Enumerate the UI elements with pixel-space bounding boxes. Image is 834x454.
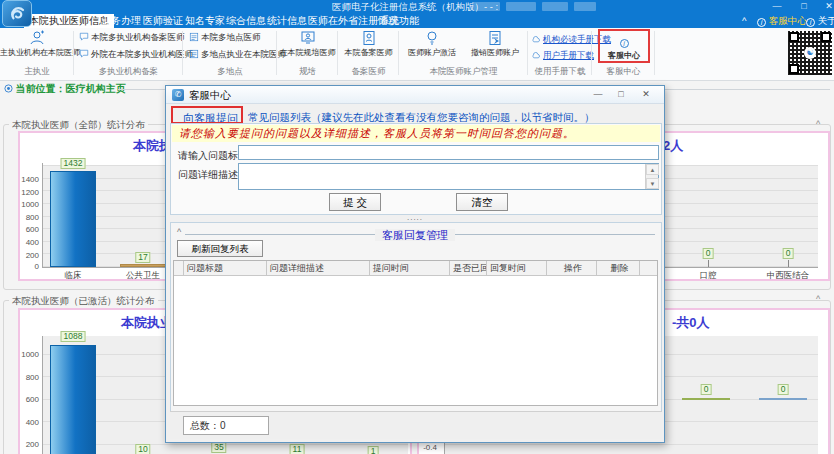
qr-corner xyxy=(789,64,799,74)
ribbon-collapse-icon[interactable]: ^ xyxy=(742,15,746,27)
ribbon-group-training: 在本院规培医师 规培 xyxy=(277,28,338,80)
column-header[interactable]: 提问时间 xyxy=(370,261,450,275)
submit-button[interactable]: 提 交 xyxy=(329,193,381,211)
group-label: 主执业 xyxy=(0,66,74,78)
refresh-reply-list-button[interactable]: 刷新回复列表 xyxy=(177,240,263,257)
question-title-input[interactable] xyxy=(238,145,659,160)
primary-practice-physicians-button[interactable]: 主执业机构在本院医师 xyxy=(0,30,74,58)
training-physicians-button[interactable]: 在本院规培医师 xyxy=(277,30,338,58)
group-label: 客服中心 xyxy=(592,66,655,78)
hospital-record-physicians-button[interactable]: 本院备案医师 xyxy=(338,30,399,58)
ribbon-group-manual-download: 机构必读手册下载 用户手册下载 使用手册下载 xyxy=(528,28,592,80)
column-header[interactable]: 回复时间 xyxy=(487,261,547,275)
revoke-physician-account-button[interactable]: 撤销医师账户 xyxy=(465,30,525,58)
close-button[interactable]: ✕ xyxy=(818,0,834,12)
redacted-text xyxy=(472,2,500,11)
collapse-caret-icon[interactable]: ^ xyxy=(816,119,820,129)
column-header[interactable]: 删除 xyxy=(597,261,640,275)
service-center-dialog: ✆ 客服中心 — □ ✕ 向客服提问 常见问题列表（建议先在此处查看有没有您要咨… xyxy=(165,85,665,443)
info-icon: i xyxy=(806,18,815,27)
info-icon: i xyxy=(620,39,629,48)
y-tick: -0.4 xyxy=(413,443,437,452)
y-tick: 600 xyxy=(15,225,39,234)
column-header-blank xyxy=(174,261,184,275)
scroll-down-icon[interactable]: ▼ xyxy=(646,178,659,189)
qr-code: ☯ xyxy=(788,31,832,75)
column-header[interactable]: 操作 xyxy=(547,261,597,275)
lightbulb-icon xyxy=(424,30,440,46)
group-label: 本院医师账户管理 xyxy=(399,66,528,78)
list-icon xyxy=(189,49,199,59)
status-bar: 总数：0 xyxy=(170,411,662,439)
hospital-multi-location-physicians-button[interactable]: 本院多地点医师 xyxy=(189,32,261,42)
group-label: 规培 xyxy=(277,66,338,78)
ribbon-group-record-physicians: 本院备案医师 备案医师 xyxy=(338,28,399,80)
about-button[interactable]: i 关于 xyxy=(806,15,834,27)
dialog-minimize-button[interactable]: — xyxy=(588,88,608,101)
scrollbar[interactable]: ▲ ▼ xyxy=(645,164,658,189)
reply-table: 问题标题 问题详细描述 提问时间 是否已回.. 回复时间 操作 删除 xyxy=(173,260,658,406)
list-icon xyxy=(189,32,199,42)
x-category: 公共卫生 xyxy=(126,270,160,282)
ribbon-group-multi-org-record: 本院多执业机构备案医师 外院在本院多执业机构医师 多执业机构备案 xyxy=(74,28,183,80)
dialog-icon: ✆ xyxy=(172,89,184,101)
annotation-highlight-box xyxy=(171,106,243,124)
total-count: 总数：0 xyxy=(183,416,269,435)
service-center-button[interactable]: i 客服中心 xyxy=(596,31,652,61)
ribbon-group-primary-practice: 主执业机构在本院医师 主执业 xyxy=(0,28,74,80)
redacted-text xyxy=(542,2,568,11)
group-label: 多地点 xyxy=(183,66,277,78)
service-center-titlebar-button[interactable]: i 客服中心 xyxy=(757,15,807,27)
column-header[interactable]: 问题详细描述 xyxy=(267,261,370,275)
chart-title-fragment: ）-共0人 xyxy=(659,314,710,332)
user-manual-download-link[interactable]: 用户手册下载 xyxy=(531,50,594,60)
collapse-caret-icon[interactable]: ^ xyxy=(816,294,820,304)
clear-button[interactable]: 清空 xyxy=(456,193,508,211)
question-desc-textarea[interactable]: ▲ ▼ xyxy=(238,163,659,190)
splitter-handle[interactable]: ..... xyxy=(166,215,664,221)
y-tick: 1200 xyxy=(15,188,39,197)
cloud-download-icon xyxy=(531,50,541,60)
point-value-label: 0 xyxy=(703,248,714,259)
monitor-person-icon xyxy=(300,30,316,46)
panel-title: 本院执业医师（已激活）统计分布 xyxy=(9,295,158,308)
tab-system-functions[interactable]: 系统功能 xyxy=(374,14,424,28)
breadcrumb: 当前位置：医疗机构主页 xyxy=(4,83,126,95)
dialog-maximize-button[interactable]: □ xyxy=(611,88,631,101)
minimize-button[interactable]: — xyxy=(766,0,788,12)
cloud-download-icon xyxy=(531,34,541,44)
y-tick: 800 xyxy=(15,213,39,222)
y-tick: 1400 xyxy=(15,175,39,184)
group-label: 使用手册下载 xyxy=(528,66,592,78)
bar-value-label: 1432 xyxy=(61,158,86,169)
y-tick: 400 xyxy=(15,238,39,247)
dialog-title: 客服中心 xyxy=(189,89,231,103)
y-axis xyxy=(42,336,43,454)
y-tick: 1000 xyxy=(15,350,39,359)
activate-physician-account-button[interactable]: 医师账户激活 xyxy=(403,30,461,58)
group-separator xyxy=(654,31,655,75)
multi-location-in-hospital-button[interactable]: 多地点执业在本院医师 xyxy=(189,49,286,59)
maximize-button[interactable]: □ xyxy=(793,0,815,12)
bar-public-health xyxy=(120,264,166,267)
app-logo-icon xyxy=(2,0,32,27)
point-value-label: 0 xyxy=(778,384,789,395)
column-header[interactable]: 是否已回.. xyxy=(450,261,487,275)
column-header[interactable]: 问题标题 xyxy=(184,261,267,275)
dialog-close-button[interactable]: ✕ xyxy=(636,88,656,101)
scroll-up-icon[interactable]: ▲ xyxy=(646,164,659,175)
x-category: 中西医结合 xyxy=(767,270,810,282)
dialog-titlebar[interactable]: ✆ 客服中心 — □ ✕ xyxy=(166,86,664,104)
location-marker-icon xyxy=(4,84,13,93)
bar-value-label: 17 xyxy=(135,252,150,263)
y-tick: 0 xyxy=(15,262,39,271)
external-multi-org-physicians-button[interactable]: 外院在本院多执业机构医师 xyxy=(79,49,193,59)
ribbon-group-multi-location: 本院多地点医师 多地点执业在本院医师 多地点 xyxy=(183,28,277,80)
ribbon-group-service-center: i 客服中心 客服中心 xyxy=(592,28,655,80)
hospital-multi-org-record-physicians-button[interactable]: 本院多执业机构备案医师 xyxy=(79,32,185,42)
bar-value-label: 1 xyxy=(368,446,379,454)
y-tick: 1000 xyxy=(15,200,39,209)
group-label: 备案医师 xyxy=(338,66,399,78)
x-category: 口腔 xyxy=(700,270,717,282)
point-value-label: 0 xyxy=(701,384,712,395)
